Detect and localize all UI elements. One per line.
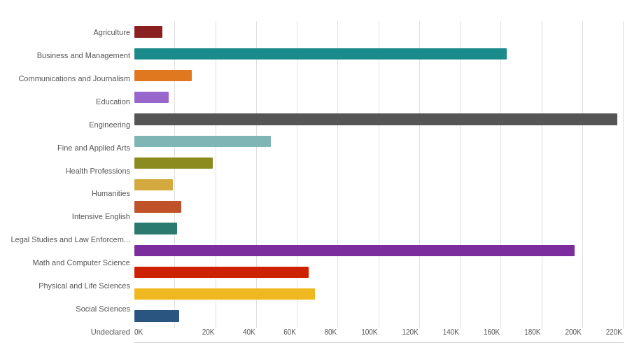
bar-row	[134, 130, 624, 152]
x-axis-label: 60K	[257, 328, 297, 342]
bar-row	[134, 152, 624, 174]
bar	[134, 92, 169, 103]
bars-rows	[134, 21, 624, 327]
bar	[134, 158, 213, 169]
bar-row	[134, 239, 624, 261]
bar-row	[134, 261, 624, 283]
bar-row	[134, 196, 624, 218]
bar	[134, 136, 271, 147]
y-label: Intensive English	[72, 205, 130, 228]
bar	[134, 26, 162, 37]
bar-row	[134, 21, 624, 43]
y-label: Business and Management	[37, 44, 130, 67]
y-label: Fine and Applied Arts	[57, 136, 130, 159]
x-axis-labels: 0K20K40K60K80K100K120K140K160K180K200K22…	[134, 328, 624, 342]
x-axis-label: 220K	[583, 328, 624, 342]
y-axis-labels: AgricultureBusiness and ManagementCommun…	[8, 21, 134, 343]
y-label: Engineering	[89, 113, 130, 136]
bars-section: 0K20K40K60K80K100K120K140K160K180K200K22…	[134, 21, 624, 343]
x-axis-label: 200K	[542, 328, 583, 342]
bar	[134, 288, 315, 300]
y-label: Education	[96, 90, 130, 113]
y-label: Health Professions	[66, 159, 130, 182]
y-label: Undeclared	[91, 320, 130, 343]
x-axis-label: 180K	[501, 328, 542, 342]
x-axis-label: 120K	[379, 328, 420, 342]
x-axis-label: 20K	[175, 328, 216, 342]
y-label: Humanities	[92, 182, 130, 205]
bar-row	[134, 64, 624, 86]
chart-area: AgricultureBusiness and ManagementCommun…	[8, 21, 624, 343]
y-label: Physical and Life Sciences	[38, 274, 130, 297]
bar-row	[134, 218, 624, 239]
main-container: AgricultureBusiness and ManagementCommun…	[0, 0, 632, 364]
bar-row	[134, 284, 624, 305]
bar	[134, 48, 507, 59]
bar	[134, 70, 192, 81]
y-label: Legal Studies and Law Enforcem...	[10, 228, 130, 251]
bar-row	[134, 43, 624, 64]
bar	[134, 267, 309, 278]
bar	[134, 245, 575, 256]
bar	[134, 179, 173, 190]
x-axis-label: 100K	[338, 328, 379, 342]
bar	[134, 113, 617, 125]
bar	[134, 310, 179, 321]
y-label: Social Sciences	[76, 297, 130, 320]
x-axis-label: 40K	[216, 328, 257, 342]
y-label: Math and Computer Science	[33, 251, 130, 274]
bar-row	[134, 174, 624, 196]
bar-row	[134, 108, 624, 130]
y-label: Agriculture	[93, 21, 130, 44]
bar-row	[134, 87, 624, 108]
bar-row	[134, 305, 624, 327]
x-axis-label: 80K	[297, 328, 338, 342]
bar	[134, 223, 177, 234]
x-axis-label: 140K	[420, 328, 461, 342]
bar	[134, 201, 181, 212]
y-label: Communications and Journalism	[18, 67, 130, 90]
x-axis-label: 0K	[134, 328, 175, 342]
x-axis-label: 160K	[461, 328, 501, 342]
